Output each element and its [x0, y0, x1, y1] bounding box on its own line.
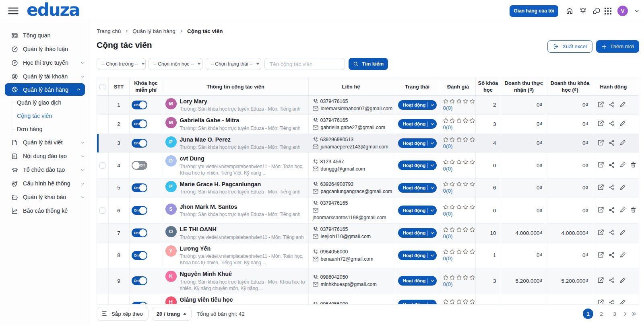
share-icon[interactable]: [609, 184, 615, 192]
collaborator-name-input[interactable]: [264, 58, 345, 70]
sidebar-item-declaration[interactable]: Quản lý khai báo: [0, 190, 89, 204]
last-page-icon[interactable]: [631, 311, 637, 317]
open-link-icon[interactable]: [597, 184, 604, 192]
share-icon[interactable]: [609, 207, 615, 214]
hamburger-menu-icon[interactable]: [8, 7, 19, 15]
share-icon[interactable]: [609, 299, 615, 304]
free-course-toggle[interactable]: On: [132, 101, 147, 109]
open-link-icon[interactable]: [597, 299, 604, 304]
select-all-checkbox[interactable]: [99, 84, 105, 90]
sidebar-item-report[interactable]: Báo cáo thống kê: [0, 204, 89, 218]
edit-pencil-icon[interactable]: [619, 120, 626, 128]
status-select[interactable]: -- Chọn trạng thái --: [206, 58, 261, 70]
open-link-icon[interactable]: [597, 206, 604, 214]
share-icon[interactable]: [609, 252, 615, 259]
subject-select[interactable]: -- Chọn môn học --: [149, 58, 202, 70]
apps-grid-icon[interactable]: [604, 7, 612, 15]
share-icon[interactable]: [609, 101, 615, 109]
rating-count-link[interactable]: 0(0): [443, 166, 453, 172]
free-course-toggle[interactable]: On: [132, 206, 147, 215]
status-dropdown-button[interactable]: Hoạt động: [398, 251, 437, 260]
chat-support-icon[interactable]: [592, 7, 600, 15]
sidebar-item-training-content[interactable]: Nội dung đào tạo: [0, 149, 89, 163]
rating-count-link[interactable]: 0(0): [443, 211, 453, 217]
share-icon[interactable]: [609, 120, 615, 128]
sidebar-item-system-config[interactable]: Cấu hình hệ thống: [0, 177, 89, 190]
my-store-button[interactable]: Gian hàng của tôi: [510, 5, 558, 17]
edit-pencil-icon[interactable]: [619, 229, 626, 237]
status-dropdown-button[interactable]: Hoạt động: [398, 206, 437, 215]
free-course-toggle[interactable]: On: [132, 139, 147, 148]
add-new-button[interactable]: Thêm mới: [596, 40, 639, 53]
row-checkbox[interactable]: [99, 162, 105, 169]
sidebar-item-discussion[interactable]: Quản lý thảo luận: [0, 42, 89, 56]
notifications-bell-icon[interactable]: [579, 7, 587, 15]
rating-count-link[interactable]: 0(0): [443, 255, 453, 261]
status-dropdown-button[interactable]: Hoạt động: [398, 183, 437, 193]
status-dropdown-button[interactable]: Hoạt động: [398, 228, 437, 238]
rating-count-link[interactable]: 0(0): [443, 281, 453, 287]
free-course-toggle[interactable]: Off: [132, 161, 147, 170]
sidebar-subitem-collaborators[interactable]: Cộng tác viên: [0, 109, 89, 122]
edit-pencil-icon[interactable]: [619, 101, 626, 109]
free-course-toggle[interactable]: On: [132, 119, 147, 128]
status-dropdown-button[interactable]: Hoạt động: [398, 276, 437, 286]
school-select[interactable]: -- Chọn trường --: [97, 58, 146, 70]
status-dropdown-button[interactable]: Hoạt động: [398, 160, 437, 170]
sidebar-subitem-orders[interactable]: Đơn hàng: [0, 122, 89, 136]
open-link-icon[interactable]: [597, 161, 604, 169]
rating-count-link[interactable]: 0(0): [443, 188, 453, 194]
rating-count-link[interactable]: 0(0): [443, 124, 453, 130]
delete-trash-icon[interactable]: [630, 207, 636, 214]
edit-pencil-icon[interactable]: [619, 299, 626, 304]
share-icon[interactable]: [609, 140, 615, 147]
status-dropdown-button[interactable]: Hoạt động: [398, 138, 437, 148]
sidebar-item-account[interactable]: Quản lý tài khoản: [0, 70, 89, 83]
breadcrumb-item[interactable]: Trang chủ: [97, 28, 121, 34]
user-menu-chevron-down-icon[interactable]: [634, 8, 640, 14]
rating-count-link[interactable]: 0(0): [443, 105, 453, 111]
page-size-select[interactable]: 20 / trang: [152, 307, 192, 321]
edit-pencil-icon[interactable]: [619, 207, 626, 214]
share-icon[interactable]: [609, 277, 615, 285]
free-course-toggle[interactable]: On: [132, 251, 147, 260]
delete-trash-icon[interactable]: [630, 162, 636, 169]
sidebar-item-exam[interactable]: Học thi trực tuyến: [0, 56, 89, 70]
open-link-icon[interactable]: [597, 139, 604, 147]
export-excel-button[interactable]: Xuất excel: [547, 40, 592, 53]
page-3-button[interactable]: 3: [609, 309, 620, 319]
edit-pencil-icon[interactable]: [619, 162, 626, 169]
page-1-button[interactable]: 1: [583, 309, 593, 319]
open-link-icon[interactable]: [597, 120, 604, 128]
page-2-button[interactable]: 2: [596, 309, 607, 319]
rating-count-link[interactable]: 0(0): [443, 233, 453, 239]
open-link-icon[interactable]: [597, 101, 604, 109]
free-course-toggle[interactable]: On: [132, 228, 147, 237]
next-page-icon[interactable]: [623, 311, 628, 317]
edit-pencil-icon[interactable]: [619, 252, 626, 259]
sidebar-item-overview[interactable]: Tổng quan: [0, 29, 89, 42]
edit-pencil-icon[interactable]: [619, 184, 626, 192]
status-dropdown-button[interactable]: Hoạt động: [398, 100, 437, 110]
free-course-toggle[interactable]: On: [132, 276, 147, 285]
edit-pencil-icon[interactable]: [619, 277, 626, 285]
search-button[interactable]: Tìm kiếm: [349, 58, 388, 70]
share-icon[interactable]: [609, 162, 615, 169]
breadcrumb-item[interactable]: Quản lý bán hàng: [132, 28, 175, 34]
user-avatar[interactable]: V: [617, 6, 628, 16]
sidebar-subitem-transactions[interactable]: Quản lý giao dịch: [0, 96, 89, 109]
sidebar-item-posts[interactable]: Quản lý bài viết: [0, 136, 89, 149]
sidebar-item-sales[interactable]: Quản lý bán hàng: [5, 83, 85, 96]
eduza-logo[interactable]: eduza: [27, 2, 79, 19]
open-link-icon[interactable]: [597, 277, 604, 285]
sort-by-button[interactable]: Sắp xếp theo: [97, 307, 149, 321]
free-course-toggle[interactable]: On: [132, 183, 147, 192]
share-icon[interactable]: [609, 229, 615, 237]
open-link-icon[interactable]: [597, 251, 604, 259]
edit-pencil-icon[interactable]: [619, 140, 626, 147]
status-dropdown-button[interactable]: Hoạt động: [398, 119, 437, 129]
sidebar-item-training-org[interactable]: Tổ chức đào tạo: [0, 163, 89, 177]
status-dropdown-button[interactable]: Hoạt động: [398, 300, 437, 304]
free-course-toggle[interactable]: On: [132, 302, 147, 304]
home-icon[interactable]: [566, 7, 573, 15]
